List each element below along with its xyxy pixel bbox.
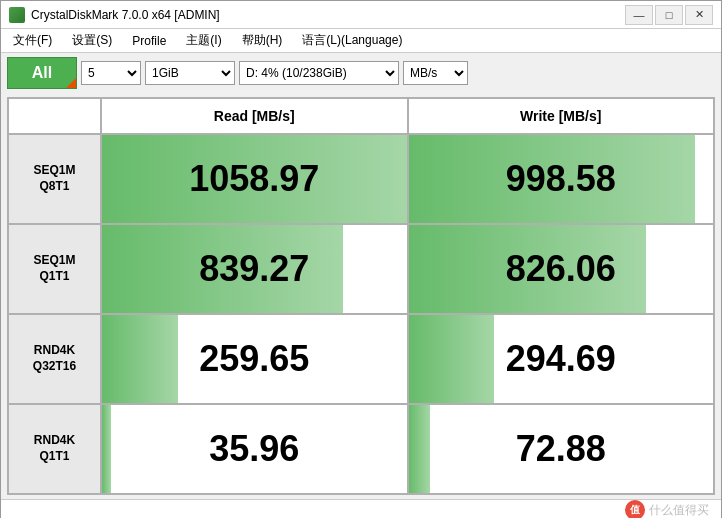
close-button[interactable]: ✕ — [685, 5, 713, 25]
runs-select[interactable]: 5 — [81, 61, 141, 85]
row-label-2: RND4K Q32T16 — [8, 314, 101, 404]
write-text-3: 72.88 — [516, 428, 606, 469]
menu-help[interactable]: 帮助(H) — [238, 30, 287, 51]
read-value-1: 839.27 — [101, 224, 407, 314]
main-window: CrystalDiskMark 7.0.0 x64 [ADMIN] — □ ✕ … — [0, 0, 722, 518]
menu-theme[interactable]: 主题(I) — [182, 30, 225, 51]
app-icon — [9, 7, 25, 23]
window-controls: — □ ✕ — [625, 5, 713, 25]
read-text-2: 259.65 — [199, 338, 309, 379]
label-header — [8, 98, 101, 134]
toolbar: All 5 1GiB D: 4% (10/238GiB) MB/s — [1, 53, 721, 93]
table-row: SEQ1M Q1T1839.27826.06 — [8, 224, 714, 314]
read-header: Read [MB/s] — [101, 98, 407, 134]
write-header: Write [MB/s] — [408, 98, 715, 134]
benchmark-table: Read [MB/s] Write [MB/s] SEQ1M Q8T11058.… — [7, 97, 715, 495]
write-value-1: 826.06 — [408, 224, 715, 314]
read-text-3: 35.96 — [209, 428, 299, 469]
minimize-button[interactable]: — — [625, 5, 653, 25]
window-title: CrystalDiskMark 7.0.0 x64 [ADMIN] — [31, 8, 625, 22]
table-header: Read [MB/s] Write [MB/s] — [8, 98, 714, 134]
menu-language[interactable]: 语言(L)(Language) — [298, 30, 406, 51]
write-value-2: 294.69 — [408, 314, 715, 404]
write-text-1: 826.06 — [506, 248, 616, 289]
title-bar: CrystalDiskMark 7.0.0 x64 [ADMIN] — □ ✕ — [1, 1, 721, 29]
footer: 值 什么值得买 — [1, 499, 721, 518]
menu-profile[interactable]: Profile — [128, 32, 170, 50]
table-row: RND4K Q1T135.9672.88 — [8, 404, 714, 494]
menu-settings[interactable]: 设置(S) — [68, 30, 116, 51]
row-label-3: RND4K Q1T1 — [8, 404, 101, 494]
read-value-3: 35.96 — [101, 404, 407, 494]
drive-select[interactable]: D: 4% (10/238GiB) — [239, 61, 399, 85]
benchmark-area: Read [MB/s] Write [MB/s] SEQ1M Q8T11058.… — [1, 93, 721, 499]
read-value-0: 1058.97 — [101, 134, 407, 224]
table-row: SEQ1M Q8T11058.97998.58 — [8, 134, 714, 224]
all-button[interactable]: All — [7, 57, 77, 89]
maximize-button[interactable]: □ — [655, 5, 683, 25]
row-label-1: SEQ1M Q1T1 — [8, 224, 101, 314]
watermark: 值 什么值得买 — [625, 500, 709, 518]
menu-file[interactable]: 文件(F) — [9, 30, 56, 51]
read-value-2: 259.65 — [101, 314, 407, 404]
watermark-logo: 值 — [625, 500, 645, 518]
read-text-1: 839.27 — [199, 248, 309, 289]
unit-select[interactable]: MB/s — [403, 61, 468, 85]
write-text-0: 998.58 — [506, 158, 616, 199]
write-text-2: 294.69 — [506, 338, 616, 379]
row-label-0: SEQ1M Q8T1 — [8, 134, 101, 224]
watermark-text: 什么值得买 — [649, 502, 709, 519]
read-text-0: 1058.97 — [189, 158, 319, 199]
write-value-0: 998.58 — [408, 134, 715, 224]
table-row: RND4K Q32T16259.65294.69 — [8, 314, 714, 404]
size-select[interactable]: 1GiB — [145, 61, 235, 85]
write-value-3: 72.88 — [408, 404, 715, 494]
menu-bar: 文件(F) 设置(S) Profile 主题(I) 帮助(H) 语言(L)(La… — [1, 29, 721, 53]
